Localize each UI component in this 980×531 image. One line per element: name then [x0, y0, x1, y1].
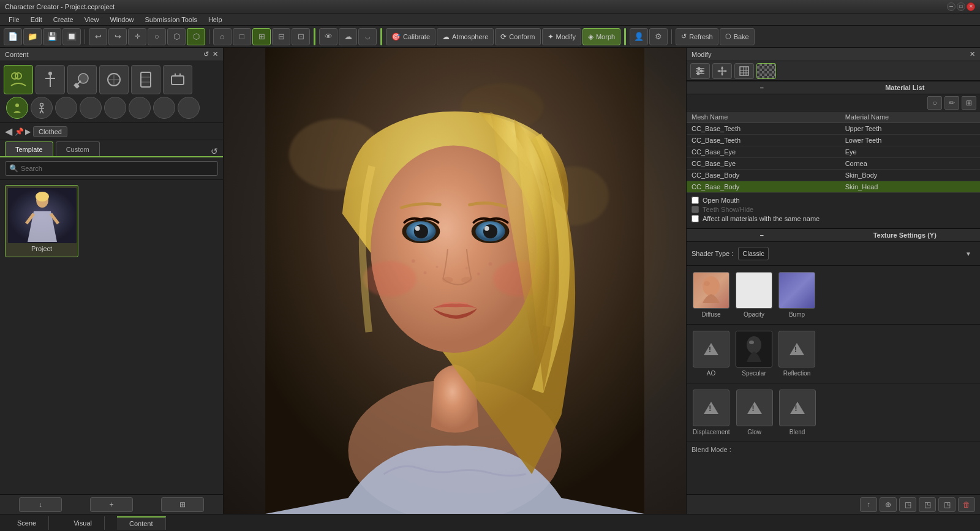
- conform-button[interactable]: ⟳ Conform: [495, 28, 540, 45]
- save-button[interactable]: 💾: [43, 28, 61, 45]
- undo-button[interactable]: ↩: [89, 28, 107, 45]
- bake-button[interactable]: ⬡ Bake: [720, 28, 755, 45]
- minimize-button[interactable]: ─: [947, 2, 956, 11]
- character-button[interactable]: 👤: [630, 28, 648, 45]
- viewport[interactable]: [224, 48, 686, 514]
- tab-mesh-btn[interactable]: [734, 63, 754, 79]
- redo-button[interactable]: ↪: [108, 28, 127, 45]
- glow-thumb[interactable]: [736, 390, 773, 426]
- rp-btn-5[interactable]: ◳: [938, 497, 956, 512]
- rp-btn-3[interactable]: ◳: [899, 497, 916, 512]
- grid-button[interactable]: ⊞: [252, 28, 271, 45]
- template-tab[interactable]: Template: [5, 141, 53, 156]
- menu-window[interactable]: Window: [105, 15, 138, 24]
- accessory-icon-btn[interactable]: [163, 65, 192, 94]
- mat-copy-btn[interactable]: ⊞: [962, 96, 976, 110]
- content-refresh-icon[interactable]: ↺: [203, 50, 209, 58]
- move-down-button[interactable]: ↓: [19, 497, 62, 512]
- reflection-thumb[interactable]: [778, 331, 815, 367]
- search-input[interactable]: [21, 165, 214, 172]
- material-row[interactable]: CC_Base_BodySkin_Body: [687, 170, 980, 181]
- texture-settings-collapse[interactable]: –: [692, 232, 832, 239]
- circle7-btn[interactable]: [153, 97, 175, 119]
- layout-button[interactable]: ⊞: [161, 497, 204, 512]
- rotate-button[interactable]: ○: [148, 28, 166, 45]
- skeleton-icon-btn[interactable]: [36, 65, 65, 94]
- circle4-btn[interactable]: [80, 97, 102, 119]
- open-mouth-checkbox[interactable]: [692, 197, 699, 204]
- material-list-collapse[interactable]: –: [692, 84, 832, 91]
- material-row[interactable]: CC_Base_BodySkin_Head: [687, 181, 980, 193]
- atmosphere-button[interactable]: ☁ Atmosphere: [437, 28, 494, 45]
- blend-thumb[interactable]: [779, 390, 816, 426]
- bump-thumb[interactable]: [778, 272, 815, 309]
- material-row[interactable]: CC_Base_TeethUpper Teeth: [687, 123, 980, 135]
- rp-btn-1[interactable]: ↑: [860, 497, 877, 512]
- rp-btn-4[interactable]: ◳: [919, 497, 936, 512]
- frame-button[interactable]: □: [233, 28, 251, 45]
- home-view-button[interactable]: ⌂: [213, 28, 232, 45]
- mat-circle-btn[interactable]: ○: [927, 96, 942, 110]
- menu-submission-tools[interactable]: Submission Tools: [140, 15, 202, 24]
- tab-sliders-btn[interactable]: [690, 63, 710, 79]
- new-button[interactable]: 📄: [4, 28, 22, 45]
- clothed-breadcrumb[interactable]: Clothed: [33, 126, 67, 137]
- move-button[interactable]: ✛: [128, 28, 146, 45]
- camera-button[interactable]: ⊡: [292, 28, 310, 45]
- circle8-btn[interactable]: [178, 97, 200, 119]
- shader-type-select[interactable]: Classic PBR Unlit: [738, 247, 769, 260]
- modify-button[interactable]: ✦ Modify: [542, 28, 581, 45]
- circle5-btn[interactable]: [104, 97, 126, 119]
- figure-circle-btn[interactable]: [6, 97, 28, 119]
- circle3-btn[interactable]: [55, 97, 77, 119]
- shape-icon-btn[interactable]: [99, 65, 129, 94]
- open-button[interactable]: 📁: [23, 28, 42, 45]
- cloud-button[interactable]: ☁: [339, 28, 357, 45]
- diffuse-thumb[interactable]: [693, 272, 729, 309]
- rp-btn-2[interactable]: ⊕: [880, 497, 897, 512]
- maximize-button[interactable]: □: [957, 2, 965, 11]
- modify-close-icon[interactable]: ✕: [970, 50, 975, 58]
- menu-view[interactable]: View: [80, 15, 104, 24]
- layout-button[interactable]: ⊟: [272, 28, 290, 45]
- eye-button[interactable]: 👁: [319, 28, 337, 45]
- pose-circle-btn[interactable]: [31, 97, 53, 119]
- specular-thumb[interactable]: [736, 331, 772, 367]
- menu-file[interactable]: File: [4, 15, 24, 24]
- hexagon2-button[interactable]: ⬡: [187, 28, 205, 45]
- menu-create[interactable]: Create: [48, 15, 78, 24]
- add-button[interactable]: +: [90, 497, 133, 512]
- tab-scene[interactable]: Scene: [5, 516, 49, 530]
- character-icon-btn[interactable]: [4, 65, 33, 94]
- nav-back-btn[interactable]: ◀: [5, 126, 12, 137]
- close-button[interactable]: ✕: [967, 2, 975, 11]
- hexagon1-button[interactable]: ⬡: [167, 28, 186, 45]
- circle6-btn[interactable]: [129, 97, 151, 119]
- displacement-thumb[interactable]: [693, 390, 729, 426]
- tab-refresh-icon[interactable]: ↺: [211, 146, 218, 156]
- project-item[interactable]: Project: [5, 185, 78, 257]
- tab-material-btn[interactable]: [756, 63, 776, 79]
- affect-all-checkbox[interactable]: [692, 215, 699, 222]
- refresh-button[interactable]: ↺ Refresh: [676, 28, 718, 45]
- material-row[interactable]: CC_Base_EyeEye: [687, 146, 980, 158]
- material-row[interactable]: CC_Base_TeethLower Teeth: [687, 135, 980, 146]
- content-close-icon[interactable]: ✕: [213, 50, 218, 58]
- menu-help[interactable]: Help: [203, 15, 227, 24]
- morph-button[interactable]: ◈ Morph: [582, 28, 620, 45]
- tab-content[interactable]: Content: [117, 516, 166, 530]
- teeth-checkbox[interactable]: [692, 206, 699, 213]
- material-row[interactable]: CC_Base_EyeCornea: [687, 158, 980, 170]
- paint-icon-btn[interactable]: [67, 65, 97, 94]
- settings-button[interactable]: ⚙: [649, 28, 668, 45]
- cloth-icon-btn[interactable]: [131, 65, 160, 94]
- tab-transform-btn[interactable]: [712, 63, 732, 79]
- menu-edit[interactable]: Edit: [26, 15, 47, 24]
- mat-edit-btn[interactable]: ✏: [944, 96, 959, 110]
- rp-delete-btn[interactable]: 🗑: [958, 497, 975, 512]
- ao-thumb[interactable]: [693, 331, 729, 367]
- custom-tab[interactable]: Custom: [56, 141, 100, 156]
- opacity-thumb[interactable]: [736, 272, 772, 309]
- save-as-button[interactable]: 🔲: [62, 28, 81, 45]
- calibrate-button[interactable]: 🎯 Calibrate: [386, 28, 435, 45]
